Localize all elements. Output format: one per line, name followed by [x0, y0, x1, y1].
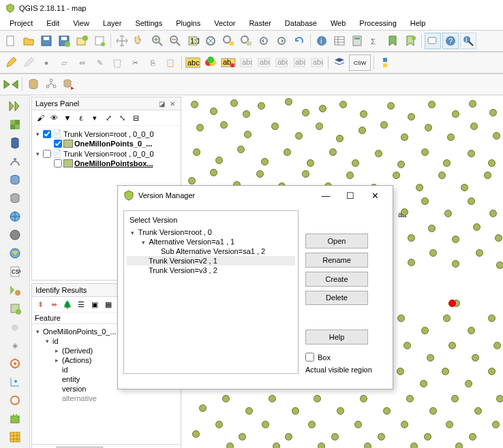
identify-icon[interactable]: i [314, 33, 330, 49]
filter-legend-icon[interactable]: 👁 [48, 112, 60, 124]
db-tree-icon[interactable] [43, 76, 59, 93]
cut-icon[interactable]: ✂ [127, 54, 143, 71]
help-button[interactable]: Help [305, 330, 368, 345]
ver-trunk-root[interactable]: Trunk Version=root , 0 [138, 228, 212, 236]
panel-close-icon[interactable]: ✕ [168, 99, 177, 108]
ir-id[interactable]: id [52, 337, 59, 345]
wfs-add-icon[interactable] [5, 245, 25, 261]
pan-selection-icon[interactable] [132, 33, 148, 49]
ir-expand-icon[interactable]: ⬌ [48, 298, 60, 310]
zoom-full-icon[interactable] [202, 33, 219, 49]
open-button[interactable]: Open [305, 234, 368, 249]
virtual-add-icon[interactable] [5, 282, 25, 298]
db-arrow-icon[interactable] [61, 76, 77, 93]
attributes-icon[interactable] [331, 33, 348, 49]
expr-filter-icon[interactable]: ε [75, 112, 87, 124]
expand-all-icon[interactable]: ⤢ [102, 112, 115, 124]
metasearch-icon[interactable] [331, 54, 348, 71]
new-spatialite-icon[interactable]: ◎ [5, 319, 25, 335]
coords-icon[interactable] [5, 374, 25, 390]
delete-icon[interactable] [109, 54, 125, 71]
delete-button[interactable]: Delete [305, 291, 368, 306]
menu-processing[interactable]: Processing [354, 18, 401, 29]
open-project-icon[interactable] [20, 33, 37, 49]
ir-collapse-icon[interactable]: ▣ [89, 298, 101, 310]
label-move-icon[interactable]: abc [273, 54, 290, 71]
menu-vector[interactable]: Vector [209, 18, 241, 29]
new-layer-icon[interactable] [74, 33, 90, 49]
maptips-icon[interactable] [425, 33, 441, 49]
menu-raster[interactable]: Raster [243, 18, 276, 29]
menu-web[interactable]: Web [325, 18, 351, 29]
menu-layer[interactable]: Layer [97, 18, 127, 29]
gps-icon[interactable] [5, 355, 25, 372]
wms-add-icon[interactable] [5, 208, 25, 225]
copy-icon[interactable]: ⎘ [144, 54, 161, 71]
node-tool-icon[interactable]: ✎ [91, 54, 108, 71]
label-abc-icon[interactable]: abc [185, 54, 201, 71]
ver-v2[interactable]: Trunk Version=v2 , 1 [149, 257, 217, 265]
create-button[interactable]: Create [305, 272, 368, 287]
label-pin-icon[interactable]: abc [238, 54, 254, 71]
style-preset-icon[interactable]: 🖌 [34, 112, 46, 124]
new-bookmark-icon[interactable] [402, 33, 418, 49]
label-show-icon[interactable]: abc [256, 54, 272, 71]
zoom-out-icon[interactable] [167, 33, 183, 49]
bowtie-icon[interactable] [3, 76, 19, 93]
label-edit-icon[interactable]: abc [309, 54, 325, 71]
box-checkbox[interactable] [305, 353, 314, 362]
remove-layer-icon[interactable]: ⊟ [129, 112, 142, 124]
ver-alt1[interactable]: Alternative Version=a1 , 1 [149, 238, 234, 246]
pan-icon[interactable] [114, 33, 130, 49]
twisty-icon[interactable]: ▾ [128, 229, 136, 236]
menu-settings[interactable]: Settings [129, 18, 168, 29]
zoom-native-icon[interactable]: 1:1 [185, 33, 201, 49]
twisty-icon[interactable]: ▾ [33, 150, 42, 157]
postgis-add-icon[interactable] [5, 135, 25, 151]
dialog-close-icon[interactable]: ✕ [363, 191, 387, 201]
ver-v3[interactable]: Trunk Version=v3 , 2 [149, 266, 217, 274]
vector-add-icon[interactable] [5, 98, 25, 114]
collapse-all-icon[interactable]: ⤡ [116, 112, 128, 124]
grid-icon[interactable] [5, 429, 25, 445]
oracle-add-icon[interactable] [5, 190, 25, 206]
new-shp-icon[interactable] [5, 300, 25, 317]
zoom-in-icon[interactable] [149, 33, 166, 49]
panel-undock-icon[interactable]: ◪ [157, 99, 166, 108]
twisty-icon[interactable]: ▾ [139, 239, 147, 246]
ir-tree-icon[interactable]: 🌲 [61, 298, 74, 310]
stats-icon[interactable]: Σ [367, 33, 383, 49]
csw-icon[interactable]: CSW [349, 54, 371, 71]
csv-add-icon[interactable]: csv [5, 263, 25, 280]
save-icon[interactable] [38, 33, 55, 49]
menu-project[interactable]: Project [4, 18, 38, 29]
layer-group-checkbox[interactable] [43, 130, 51, 138]
layer-group-2[interactable]: Trunk Version=root , 0_0_0 [63, 150, 154, 158]
python-icon[interactable] [377, 54, 393, 71]
zoom-selection-icon[interactable] [220, 33, 237, 49]
bookmarks-icon[interactable] [384, 33, 401, 49]
feature-2-icon[interactable]: ▱ [56, 54, 72, 71]
mssql-add-icon[interactable] [5, 172, 25, 188]
layer-group-checkbox[interactable] [43, 150, 51, 158]
new-gpkg-icon[interactable]: ◈ [5, 337, 25, 353]
rename-button[interactable]: Rename [305, 253, 368, 268]
dialog-minimize-icon[interactable]: — [314, 191, 338, 201]
wcs-add-icon[interactable] [5, 227, 25, 243]
raster-add-icon[interactable] [5, 116, 25, 133]
filter-icon[interactable]: ▼ [61, 112, 74, 124]
menu-edit[interactable]: Edit [41, 18, 65, 29]
ir-list-icon[interactable]: ⬍ [34, 298, 46, 310]
twisty-icon[interactable]: ▾ [33, 131, 42, 138]
layer-2[interactable]: OneMillonPointsbox... [74, 159, 153, 167]
field-calc-icon[interactable] [349, 33, 365, 49]
save-edits-icon[interactable] [20, 54, 37, 71]
zoom-next-icon[interactable] [273, 33, 290, 49]
refresh-icon[interactable] [291, 33, 307, 49]
edit-pencil-icon[interactable] [3, 54, 19, 71]
label-highlight-icon[interactable]: ab [220, 54, 237, 71]
help-whats-this-icon[interactable]: ? [442, 33, 459, 49]
add-feature-icon[interactable]: ● [38, 54, 55, 71]
zoom-layer-icon[interactable] [238, 33, 254, 49]
db-cylinder-icon[interactable] [25, 76, 42, 93]
